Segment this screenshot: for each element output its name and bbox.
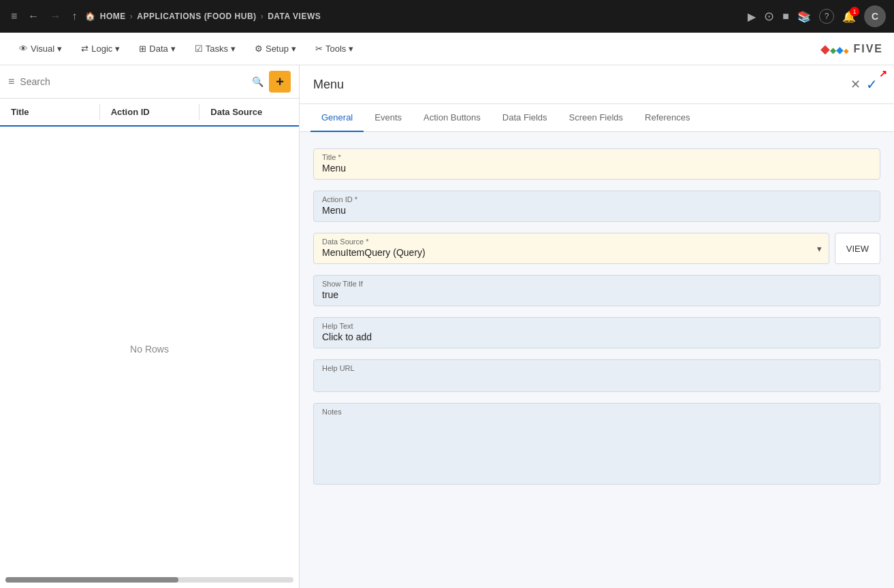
nav-item-tasks[interactable]: ☑ Tasks ▾: [187, 39, 244, 58]
top-nav-right: ▶ ⊙ ■ 📚 ? 🔔 1 C: [748, 5, 886, 27]
chevron-down-icon: ▾: [817, 244, 822, 254]
close-button[interactable]: ✕: [848, 74, 863, 95]
logo-text: FIVE: [853, 43, 883, 55]
right-panel-header: Menu ✕ ✓ ↗: [300, 65, 894, 104]
tasks-icon: ☑: [195, 44, 203, 54]
title-value: Menu: [314, 161, 880, 179]
search-bar: ≡ 🔍 +: [0, 65, 299, 99]
tab-general[interactable]: General: [310, 104, 364, 132]
setup-icon: ⚙: [255, 44, 263, 54]
setup-arrow: ▾: [291, 44, 296, 54]
tab-screen-fields[interactable]: Screen Fields: [558, 104, 634, 132]
breadcrumb: 🏠 HOME › APPLICATIONS (FOOD HUB) › DATA …: [85, 12, 742, 21]
show-title-value: true: [314, 288, 880, 306]
action-id-field-group: Action ID * Menu: [313, 191, 880, 222]
title-field-group: Title * Menu: [313, 148, 880, 180]
help-url-field[interactable]: Help URL: [313, 359, 880, 392]
notification-badge: 1: [850, 7, 859, 16]
add-button[interactable]: +: [269, 71, 291, 93]
stop-icon[interactable]: ■: [782, 10, 789, 22]
nav-item-data[interactable]: ⊞ Data ▾: [131, 39, 183, 58]
nav-label-visual: Visual: [31, 44, 54, 54]
show-title-label: Show Title If: [314, 276, 880, 288]
col-title-header: Title: [0, 104, 99, 120]
top-nav: ≡ ← → ↑ 🏠 HOME › APPLICATIONS (FOOD HUB)…: [0, 0, 894, 33]
show-title-field[interactable]: Show Title If true: [313, 275, 880, 306]
help-icon[interactable]: ?: [819, 9, 834, 24]
breadcrumb-sep1: ›: [130, 12, 133, 21]
datasource-row: Data Source * MenuItemQuery (Query) ▾ VI…: [313, 233, 880, 264]
nav-item-visual[interactable]: 👁 Visual ▾: [11, 39, 70, 58]
data-source-label: Data Source *: [314, 233, 829, 246]
forward-icon[interactable]: →: [47, 7, 63, 25]
title-label: Title *: [314, 149, 880, 161]
help-text-value: Click to add: [314, 330, 880, 348]
visual-icon: 👁: [19, 44, 28, 54]
tools-icon: ✂: [315, 44, 323, 54]
breadcrumb-app[interactable]: APPLICATIONS (FOOD HUB): [137, 12, 256, 21]
help-url-label: Help URL: [314, 360, 880, 372]
data-source-field-group: Data Source * MenuItemQuery (Query) ▾ VI…: [313, 233, 880, 264]
left-panel: ≡ 🔍 + Title Action ID Data Source No Row…: [0, 65, 300, 588]
help-text-label: Help Text: [314, 318, 880, 330]
logic-arrow: ▾: [115, 44, 120, 54]
data-arrow: ▾: [171, 44, 176, 54]
nav-item-logic[interactable]: ⇄ Logic ▾: [73, 39, 128, 58]
data-source-value: MenuItemQuery (Query): [314, 246, 829, 263]
search-input[interactable]: [20, 76, 246, 87]
visual-arrow: ▾: [57, 44, 62, 54]
play-icon[interactable]: ▶: [748, 10, 756, 23]
second-nav: 👁 Visual ▾ ⇄ Logic ▾ ⊞ Data ▾ ☑ Tasks ▾ …: [0, 33, 894, 65]
data-source-field[interactable]: Data Source * MenuItemQuery (Query) ▾: [313, 233, 829, 264]
hamburger-icon[interactable]: ≡: [8, 7, 20, 25]
tab-references[interactable]: References: [634, 104, 701, 132]
right-panel: Menu ✕ ✓ ↗ General Events Action Buttons…: [300, 65, 894, 588]
help-text-field-group: Help Text Click to add: [313, 317, 880, 348]
help-url-value: [314, 372, 880, 379]
col-actionid-header: Action ID: [99, 104, 199, 120]
notes-field-group: Notes: [313, 403, 880, 485]
up-icon[interactable]: ↑: [69, 7, 80, 25]
help-text-field[interactable]: Help Text Click to add: [313, 317, 880, 348]
tasks-arrow: ▾: [231, 44, 236, 54]
main-area: ≡ 🔍 + Title Action ID Data Source No Row…: [0, 65, 894, 588]
back-icon[interactable]: ←: [25, 7, 42, 25]
red-arrow-indicator: ↗: [879, 68, 887, 79]
horizontal-scrollbar[interactable]: [5, 577, 293, 583]
action-id-label: Action ID *: [314, 191, 880, 203]
tools-arrow: ▾: [349, 44, 353, 54]
tab-action-buttons[interactable]: Action Buttons: [413, 104, 492, 132]
nav-item-setup[interactable]: ⚙ Setup ▾: [246, 39, 304, 58]
circle-play-icon[interactable]: ⊙: [764, 9, 774, 24]
tabs: General Events Action Buttons Data Field…: [300, 104, 894, 132]
scrollbar-thumb[interactable]: [5, 577, 178, 583]
search-icon[interactable]: 🔍: [252, 76, 264, 87]
breadcrumb-view[interactable]: DATA VIEWS: [268, 12, 321, 21]
nav-label-logic: Logic: [91, 44, 112, 54]
notification-bell[interactable]: 🔔 1: [842, 10, 856, 23]
action-id-field[interactable]: Action ID * Menu: [313, 191, 880, 222]
nav-label-tasks: Tasks: [206, 44, 228, 54]
save-button[interactable]: ✓: [863, 74, 880, 95]
tab-data-fields[interactable]: Data Fields: [492, 104, 558, 132]
books-icon[interactable]: 📚: [797, 10, 811, 23]
tab-events[interactable]: Events: [364, 104, 413, 132]
nav-item-tools[interactable]: ✂ Tools ▾: [307, 39, 362, 58]
breadcrumb-home[interactable]: HOME: [100, 12, 126, 21]
help-url-field-group: Help URL: [313, 359, 880, 392]
data-icon: ⊞: [139, 44, 146, 54]
notes-field[interactable]: Notes: [313, 403, 880, 485]
save-button-wrapper: ✓ ↗: [863, 74, 880, 95]
home-icon: 🏠: [85, 12, 96, 21]
breadcrumb-sep2: ›: [261, 12, 264, 21]
action-id-value: Menu: [314, 203, 880, 221]
title-field[interactable]: Title * Menu: [313, 148, 880, 180]
view-button[interactable]: VIEW: [835, 233, 880, 264]
list-icon[interactable]: ≡: [8, 76, 14, 88]
five-logo: ◆◆◆◆ FIVE: [820, 42, 883, 56]
avatar[interactable]: C: [864, 5, 886, 27]
nav-label-data: Data: [149, 44, 167, 54]
nav-label-tools: Tools: [325, 44, 346, 54]
logo-icon: ◆◆◆◆: [820, 42, 849, 56]
col-datasource-header: Data Source: [199, 104, 299, 120]
